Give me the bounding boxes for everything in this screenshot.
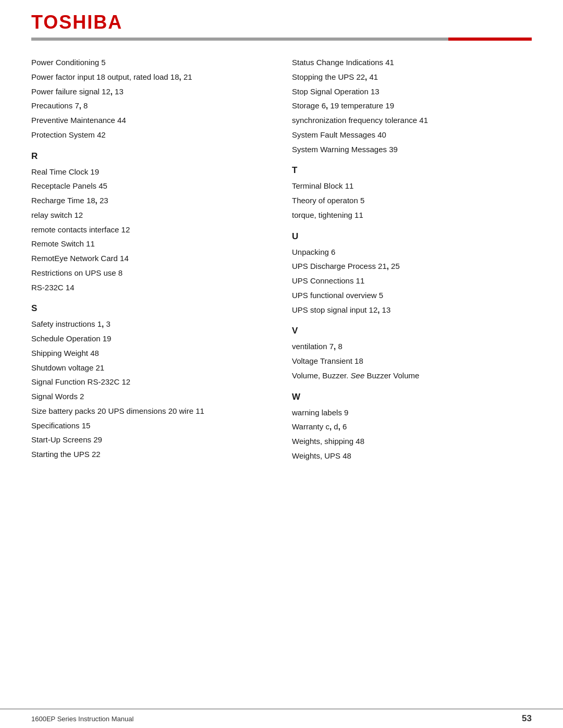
entry-remoteye-network-card: RemotEye Network Card 14 <box>31 252 271 265</box>
entry-status-change-indications: Status Change Indications 41 <box>292 56 532 69</box>
entry-remote-switch: Remote Switch 11 <box>31 238 271 251</box>
page-container: TOSHIBA Power Conditioning 5 Power facto… <box>0 0 563 728</box>
entry-unpacking: Unpacking 6 <box>292 246 532 259</box>
entry-recharge-time: Recharge Time 18, 23 <box>31 194 271 207</box>
entry-signal-words: Signal Words 2 <box>31 390 271 403</box>
entry-ups: UPS Discharge Process 21, 25 <box>292 260 532 273</box>
entry-shipping-weight: Shipping Weight 48 <box>31 347 271 360</box>
entry-relay-switch: relay switch 12 <box>31 209 271 222</box>
entry-signal-function: Signal Function RS-232C 12 <box>31 376 271 389</box>
footer: 1600EP Series Instruction Manual 53 <box>0 709 563 728</box>
entry-power-failure-signal: Power failure signal 12, 13 <box>31 85 271 98</box>
entry-theory-of-operation: Theory of operaton 5 <box>292 194 532 207</box>
header-lines <box>31 38 532 41</box>
entry-ups-connections: UPS Connections 11 <box>292 275 532 288</box>
section-u-label: U <box>292 231 532 242</box>
entry-warning-labels: warning labels 9 <box>292 406 532 419</box>
entry-ups-functional-overview: UPS functional overview 5 <box>292 289 532 302</box>
entry-shutdown-voltage: Shutdown voltage 21 <box>31 362 271 375</box>
entry-weights-shipping: Weights, shipping 48 <box>292 435 532 448</box>
section-t-label: T <box>292 165 532 176</box>
entry-protection-system: Protection System 42 <box>31 129 271 142</box>
entry-volume-buzzer: Volume, Buzzer. See Buzzer Volume <box>292 369 532 382</box>
header: TOSHIBA <box>0 0 563 41</box>
footer-page-number: 53 <box>522 713 532 724</box>
entry-real-time-clock: Real Time Clock 19 <box>31 166 271 179</box>
toshiba-logo: TOSHIBA <box>31 11 123 33</box>
entry-terminal-block: Terminal Block 11 <box>292 180 532 193</box>
entry-stop-signal-operation: Stop Signal Operation 13 <box>292 85 532 98</box>
entry-precautions: Precautions 7, 8 <box>31 100 271 113</box>
right-column: Status Change Indications 41 Stopping th… <box>292 56 532 464</box>
entry-system-fault-messages: System Fault Messages 40 <box>292 129 532 142</box>
entry-size: Size battery packs 20 UPS dimensions 20 … <box>31 405 271 418</box>
entry-startup-screens: Start-Up Screens 29 <box>31 434 271 447</box>
entry-ventilation: ventilation 7, 8 <box>292 340 532 353</box>
entry-remote-contacts-interface: remote contacts interface 12 <box>31 224 271 237</box>
entry-storage: Storage 6, 19 temperature 19 <box>292 100 532 113</box>
left-column: Power Conditioning 5 Power factor input … <box>31 56 271 464</box>
header-line-gray <box>31 38 448 41</box>
entry-power-conditioning: Power Conditioning 5 <box>31 56 271 69</box>
header-line-red <box>448 38 532 41</box>
entry-specifications: Specifications 15 <box>31 419 271 433</box>
entry-synchronization-frequency-tolerance: synchronization frequency tolerance 41 <box>292 114 532 127</box>
entry-stopping-the-ups: Stopping the UPS 22, 41 <box>292 71 532 84</box>
entry-preventive-maintenance: Preventive Maintenance 44 <box>31 114 271 127</box>
entry-warranty: Warranty c, d, 6 <box>292 421 532 434</box>
entry-weights-ups: Weights, UPS 48 <box>292 450 532 463</box>
entry-rs232c-r: RS-232C 14 <box>31 281 271 294</box>
entry-ups-stop-signal-input: UPS stop signal input 12, 13 <box>292 304 532 317</box>
section-r-label: R <box>31 151 271 162</box>
entry-system-warning-messages: System Warning Messages 39 <box>292 143 532 156</box>
entry-safety-instructions: Safety instructions 1, 3 <box>31 318 271 331</box>
entry-schedule-operation: Schedule Operation 19 <box>31 332 271 346</box>
entry-restrictions-ups-use: Restrictions on UPS use 8 <box>31 267 271 280</box>
section-w-label: W <box>292 392 532 402</box>
entry-receptacle-panels: Receptacle Panels 45 <box>31 180 271 193</box>
section-v-label: V <box>292 326 532 336</box>
section-s-label: S <box>31 303 271 314</box>
entry-power-factor: Power factor input 18 output, rated load… <box>31 71 271 84</box>
entry-starting-the-ups: Starting the UPS 22 <box>31 448 271 461</box>
main-content: Power Conditioning 5 Power factor input … <box>0 41 563 475</box>
entry-torque-tightening: torque, tightening 11 <box>292 209 532 222</box>
entry-voltage-transient: Voltage Transient 18 <box>292 355 532 368</box>
footer-manual-title: 1600EP Series Instruction Manual <box>31 715 133 723</box>
